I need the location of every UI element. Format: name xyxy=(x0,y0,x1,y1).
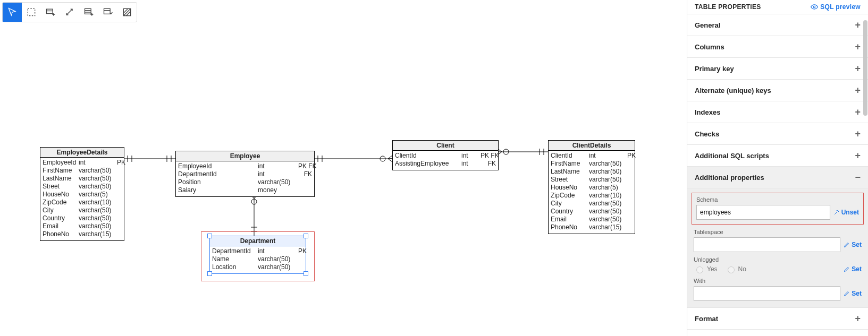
plus-icon: + xyxy=(855,20,861,30)
with-set-link[interactable]: Set xyxy=(844,290,862,297)
section-alternate-keys[interactable]: Alternate (unique) keys+ xyxy=(687,80,868,101)
table-employee-details[interactable]: EmployeeDetails EmployeeIdintPKFirstName… xyxy=(40,147,124,241)
er-canvas[interactable]: EmployeeDetails EmployeeIdintPKFirstName… xyxy=(0,0,687,336)
svg-rect-11 xyxy=(104,8,111,14)
tool-pointer[interactable] xyxy=(3,3,22,22)
plus-icon: + xyxy=(855,129,861,139)
minus-icon: − xyxy=(855,173,861,182)
table-row: Emailvarchar(50) xyxy=(43,222,122,230)
unlogged-set-link[interactable]: Set xyxy=(844,265,862,273)
table-row: Locationvarchar(50) xyxy=(212,263,304,271)
resize-handle-sw[interactable] xyxy=(207,271,212,276)
table-row: DepartmentIdintFK xyxy=(178,170,312,178)
table-row: Countryvarchar(50) xyxy=(43,214,122,222)
table-title: ClientDetails xyxy=(549,141,635,151)
tablespace-label: Tablespace xyxy=(694,229,862,235)
svg-rect-6 xyxy=(85,8,91,14)
table-client[interactable]: Client ClientIdintPK FKAssistingEmployee… xyxy=(392,140,499,170)
table-client-details[interactable]: ClientDetails ClientIdintPKFirstNamevarc… xyxy=(548,140,635,234)
table-title: Client xyxy=(393,141,498,151)
table-row: HouseNovarchar(5) xyxy=(43,191,122,199)
section-additional-sql[interactable]: Additional SQL scripts+ xyxy=(687,145,868,167)
resize-handle-se[interactable] xyxy=(304,271,308,276)
section-general[interactable]: General+ xyxy=(687,14,868,36)
sql-preview-label: SQL preview xyxy=(820,3,861,11)
table-row: ClientIdintPK FK xyxy=(395,152,496,160)
sql-preview-link[interactable]: SQL preview xyxy=(811,3,861,11)
tool-new-table[interactable] xyxy=(41,3,60,22)
table-row: ClientIdintPK xyxy=(551,152,633,160)
tool-add-row[interactable] xyxy=(79,3,98,22)
table-row: FirstNamevarchar(50) xyxy=(43,167,122,175)
table-row: Streetvarchar(50) xyxy=(551,176,633,184)
table-title: Department xyxy=(210,236,306,246)
panel-title: TABLE PROPERTIES xyxy=(695,3,761,11)
table-row: Salarymoney xyxy=(178,186,312,194)
svg-point-34 xyxy=(813,6,815,8)
table-row: Cityvarchar(50) xyxy=(551,200,633,208)
pencil-icon xyxy=(844,242,850,248)
table-row: PhoneNovarchar(15) xyxy=(43,230,122,238)
unlogged-label: Unlogged xyxy=(694,256,862,263)
table-row: DepartmentIdintPK xyxy=(212,247,304,255)
table-row: FirstNamevarchar(50) xyxy=(551,160,633,168)
plus-icon: + xyxy=(855,64,861,73)
table-row: Countryvarchar(50) xyxy=(551,208,633,216)
table-row: Positionvarchar(50) xyxy=(178,178,312,186)
table-row: ZipCodevarchar(10) xyxy=(551,192,633,200)
tablespace-input[interactable] xyxy=(694,237,840,252)
svg-rect-0 xyxy=(28,8,35,15)
table-row: PhoneNovarchar(15) xyxy=(551,223,633,231)
schema-input[interactable] xyxy=(696,205,830,220)
unlogged-yes[interactable]: Yes xyxy=(694,265,718,273)
schema-label: Schema xyxy=(696,196,859,203)
section-format[interactable]: Format+ xyxy=(687,308,868,330)
resize-handle-nw[interactable] xyxy=(207,234,212,238)
pencil-icon xyxy=(844,290,850,297)
svg-point-25 xyxy=(380,156,385,161)
section-columns[interactable]: Columns+ xyxy=(687,36,868,58)
tool-hatch[interactable] xyxy=(117,3,137,22)
svg-point-27 xyxy=(503,149,509,154)
plus-icon: + xyxy=(855,314,861,323)
table-row: Emailvarchar(50) xyxy=(551,216,633,223)
table-row: HouseNovarchar(5) xyxy=(551,184,633,192)
tool-relation[interactable] xyxy=(60,3,79,22)
schema-unset-link[interactable]: Unset xyxy=(833,209,859,216)
additional-properties-body: Schema Unset Tablespace xyxy=(687,188,868,308)
tool-checkbox-table[interactable] xyxy=(98,3,117,22)
table-row: ZipCodevarchar(10) xyxy=(43,199,122,206)
plus-icon: + xyxy=(855,42,861,51)
table-title: EmployeeDetails xyxy=(40,148,124,158)
schema-highlight: Schema Unset xyxy=(692,193,864,225)
section-primary-key[interactable]: Primary key+ xyxy=(687,58,868,80)
properties-panel: TABLE PROPERTIES SQL preview General+ Co… xyxy=(687,0,868,336)
section-indexes[interactable]: Indexes+ xyxy=(687,101,868,123)
tablespace-set-link[interactable]: Set xyxy=(844,241,862,248)
table-row: Namevarchar(50) xyxy=(212,255,304,263)
table-row: LastNamevarchar(50) xyxy=(551,168,633,176)
svg-point-31 xyxy=(251,199,257,204)
table-row: AssistingEmployeeintFK xyxy=(395,160,496,168)
selection-wrapper: Department DepartmentIdintPKNamevarchar(… xyxy=(201,236,298,274)
toolbar xyxy=(2,2,137,22)
svg-rect-1 xyxy=(47,9,53,13)
section-additional-properties[interactable]: Additional properties− xyxy=(687,167,868,188)
wand-icon xyxy=(833,209,840,216)
resize-handle-ne[interactable] xyxy=(304,234,308,238)
unlogged-no[interactable]: No xyxy=(725,265,746,273)
table-row: Cityvarchar(50) xyxy=(43,206,122,214)
scrollbar-thumb[interactable] xyxy=(863,20,867,116)
table-employee[interactable]: Employee EmployeeIdintPK FKDepartmentIdi… xyxy=(175,151,315,197)
table-title: Employee xyxy=(176,151,314,161)
with-label: With xyxy=(694,278,862,284)
with-input[interactable] xyxy=(694,286,840,301)
table-row: LastNamevarchar(50) xyxy=(43,175,122,183)
table-row: EmployeeIdintPK xyxy=(43,159,122,167)
plus-icon: + xyxy=(855,85,861,95)
table-department[interactable]: Department DepartmentIdintPKNamevarchar(… xyxy=(209,236,306,274)
plus-icon: + xyxy=(855,151,861,160)
tool-marquee[interactable] xyxy=(22,3,41,22)
eye-icon xyxy=(811,3,818,11)
section-checks[interactable]: Checks+ xyxy=(687,123,868,145)
